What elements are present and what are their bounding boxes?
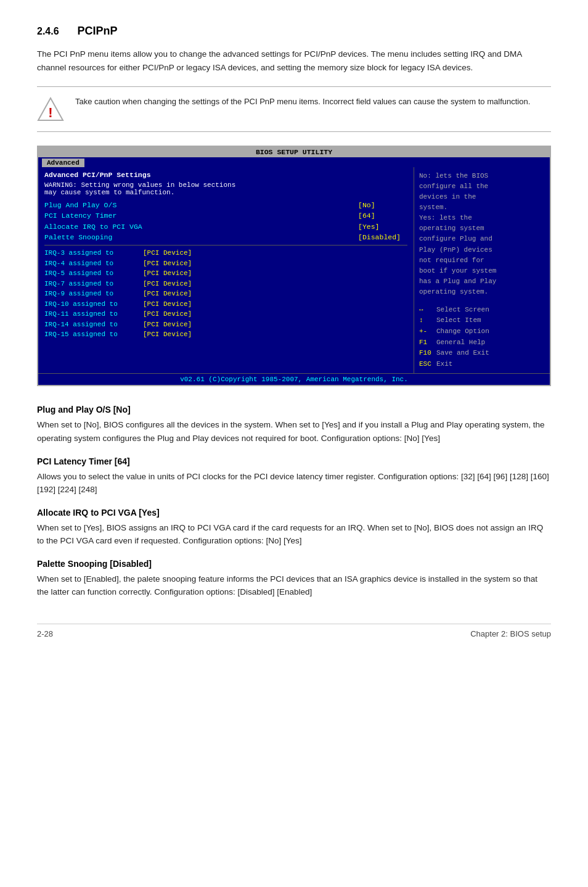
bios-irq-value: [PCI Device] (143, 258, 192, 269)
bios-key-sym: ↔ (419, 305, 434, 316)
bios-row-value: [Disabled] (358, 232, 407, 242)
bios-tab-bar: Advanced (38, 157, 550, 167)
bios-key-row: +-Change Option (419, 326, 545, 337)
subsection-title: Plug and Play O/S [No] (37, 405, 551, 415)
bios-irq-label: IRQ-10 assigned to (44, 299, 143, 310)
bios-help-line: devices in the (419, 192, 545, 202)
bios-help-text: No: lets the BIOSconfigure all thedevice… (419, 171, 545, 297)
bios-irq-label: IRQ-15 assigned to (44, 329, 143, 340)
bios-irq-value: [PCI Device] (143, 268, 192, 279)
bios-setting-row: PCI Latency Timer[64] (44, 210, 407, 221)
page-footer: 2-28 Chapter 2: BIOS setup (37, 624, 551, 638)
bios-setting-row: Allocate IRQ to PCI VGA[Yes] (44, 221, 407, 232)
bios-left-panel: Advanced PCI/PnP Settings WARNING: Setti… (38, 167, 414, 373)
bios-title-bar: BIOS SETUP UTILITY (38, 147, 550, 157)
bios-help-line: Play (PnP) devices (419, 245, 545, 255)
section-number: 2.4.6 (37, 26, 59, 37)
bios-row-value: [Yes] (358, 221, 407, 232)
section-title: PCIPnP (78, 25, 118, 38)
section-header: 2.4.6 PCIPnP (37, 25, 551, 38)
bios-irq-label: IRQ-3 assigned to (44, 248, 143, 258)
chapter-label: Chapter 2: BIOS setup (470, 629, 551, 638)
bios-irq-row: IRQ-14 assigned to[PCI Device] (44, 320, 407, 330)
bios-key-row: ESCExit (419, 359, 545, 370)
bios-irq-row: IRQ-11 assigned to[PCI Device] (44, 309, 407, 320)
bios-key-label: Save and Exit (436, 348, 489, 359)
bios-footer: v02.61 (C)Copyright 1985-2007, American … (38, 373, 550, 385)
bios-key-row: ↕Select Item (419, 315, 545, 326)
subsection-palette-snooping: Palette Snooping [Disabled]When set to [… (37, 559, 551, 599)
bios-row-label: PCI Latency Timer (44, 210, 116, 221)
subsection-allocate-irq: Allocate IRQ to PCI VGA [Yes]When set to… (37, 508, 551, 548)
subsection-title: Palette Snooping [Disabled] (37, 559, 551, 569)
bios-irq-label: IRQ-7 assigned to (44, 279, 143, 289)
caution-text: Take caution when changing the settings … (75, 96, 530, 109)
bios-key-label: Change Option (436, 326, 489, 337)
bios-irq-value: [PCI Device] (143, 299, 192, 310)
bios-key-label: Select Screen (436, 305, 489, 316)
subsection-body: When set to [Yes], BIOS assigns an IRQ t… (37, 521, 551, 548)
bios-help-line: operating system. (419, 287, 545, 297)
bios-irq-row: IRQ-15 assigned to[PCI Device] (44, 329, 407, 340)
bios-setting-row: Plug And Play O/S[No] (44, 200, 407, 210)
bios-key-label: Exit (436, 359, 452, 370)
caution-icon: ! (37, 96, 64, 123)
bios-setting-row: Palette Snooping[Disabled] (44, 232, 407, 242)
bios-tab-advanced: Advanced (42, 159, 84, 167)
bios-key-label: General Help (436, 337, 485, 349)
bios-right-panel: No: lets the BIOSconfigure all thedevice… (414, 167, 550, 373)
bios-row-value: [No] (358, 200, 407, 210)
bios-irq-container: IRQ-3 assigned to[PCI Device]IRQ-4 assig… (44, 248, 407, 340)
bios-keys: ↔Select Screen↕Select Item+-Change Optio… (419, 305, 545, 370)
bios-irq-row: IRQ-4 assigned to[PCI Device] (44, 258, 407, 269)
bios-help-line: system. (419, 202, 545, 213)
bios-key-row: ↔Select Screen (419, 305, 545, 316)
bios-row-value: [64] (358, 210, 407, 221)
bios-irq-label: IRQ-9 assigned to (44, 289, 143, 299)
bios-help-line: has a Plug and Play (419, 276, 545, 287)
bios-key-sym: ↕ (419, 315, 434, 326)
bios-irq-value: [PCI Device] (143, 248, 192, 258)
bios-help-line: boot if your system (419, 266, 545, 276)
bios-key-label: Select Item (436, 315, 481, 326)
subsection-pci-latency: PCI Latency Timer [64]Allows you to sele… (37, 456, 551, 497)
bios-irq-label: IRQ-11 assigned to (44, 309, 143, 320)
bios-row-label: Palette Snooping (44, 232, 112, 242)
intro-text: The PCI PnP menu items allow you to chan… (37, 47, 551, 74)
bios-irq-value: [PCI Device] (143, 309, 192, 320)
bios-irq-value: [PCI Device] (143, 329, 192, 340)
page-number: 2-28 (37, 629, 53, 638)
bios-irq-row: IRQ-3 assigned to[PCI Device] (44, 248, 407, 258)
subsection-title: PCI Latency Timer [64] (37, 456, 551, 466)
bios-key-row: F10Save and Exit (419, 348, 545, 359)
bios-help-line: not required for (419, 255, 545, 266)
bios-row-label: Allocate IRQ to PCI VGA (44, 221, 142, 232)
bios-screen: BIOS SETUP UTILITY Advanced Advanced PCI… (37, 146, 551, 386)
bios-irq-value: [PCI Device] (143, 279, 192, 289)
bios-help-line: Yes: lets the (419, 213, 545, 223)
bios-irq-label: IRQ-14 assigned to (44, 320, 143, 330)
bios-key-row: F1General Help (419, 337, 545, 349)
bios-key-sym: F10 (419, 348, 434, 359)
bios-help-line: No: lets the BIOS (419, 171, 545, 181)
bios-irq-row: IRQ-7 assigned to[PCI Device] (44, 279, 407, 289)
subsection-body: When set to [Enabled], the palete snoopi… (37, 572, 551, 599)
bios-help-line: configure all the (419, 181, 545, 192)
bios-irq-row: IRQ-9 assigned to[PCI Device] (44, 289, 407, 299)
bios-key-sym: ESC (419, 359, 434, 370)
bios-irq-row: IRQ-5 assigned to[PCI Device] (44, 268, 407, 279)
bios-irq-row: IRQ-10 assigned to[PCI Device] (44, 299, 407, 310)
subsection-plug-and-play: Plug and Play O/S [No]When set to [No], … (37, 405, 551, 445)
subsection-body: Allows you to select the value in units … (37, 470, 551, 497)
bios-warning-line2: may cause system to malfunction. (44, 189, 407, 196)
bios-irq-label: IRQ-5 assigned to (44, 268, 143, 279)
bios-help-line: configure Plug and (419, 234, 545, 244)
subsection-title: Allocate IRQ to PCI VGA [Yes] (37, 508, 551, 518)
bios-rows-container: Plug And Play O/S[No]PCI Latency Timer[6… (44, 200, 407, 242)
bios-irq-value: [PCI Device] (143, 289, 192, 299)
bios-row-label: Plug And Play O/S (44, 200, 116, 210)
bios-key-sym: +- (419, 326, 434, 337)
bios-irq-label: IRQ-4 assigned to (44, 258, 143, 269)
bios-content: Advanced PCI/PnP Settings WARNING: Setti… (38, 167, 550, 373)
bios-warning-line1: WARNING: Setting wrong values in below s… (44, 181, 407, 189)
